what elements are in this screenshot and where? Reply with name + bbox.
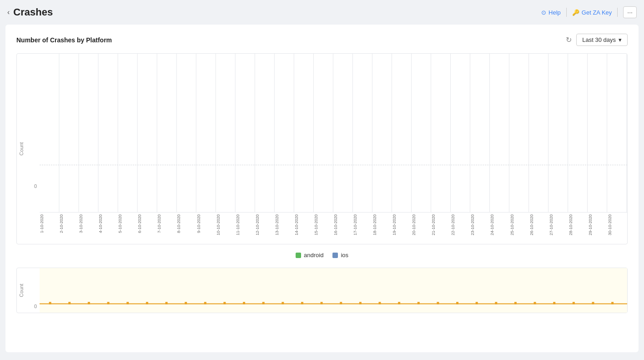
svg-rect-61 — [611, 302, 614, 304]
chart1-x-labels: 1-10-20202-10-20203-10-20204-10-20205-10… — [40, 213, 627, 244]
x-label: 26-10-2020 — [529, 214, 549, 235]
x-label: 27-10-2020 — [549, 214, 569, 235]
x-label: 19-10-2020 — [392, 214, 412, 235]
svg-rect-47 — [340, 302, 342, 304]
svg-rect-41 — [223, 302, 226, 304]
x-label: 29-10-2020 — [588, 214, 608, 235]
svg-rect-50 — [398, 302, 400, 304]
x-label: 6-10-2020 — [137, 214, 157, 233]
chart2-y-label: Count — [19, 284, 24, 297]
x-label: 20-10-2020 — [412, 214, 431, 235]
svg-rect-33 — [68, 302, 70, 304]
page-header: ‹ Crashes ⊙ Help 🔑 Get ZA Key ··· — [0, 0, 644, 25]
svg-rect-43 — [262, 302, 265, 304]
svg-rect-46 — [321, 302, 323, 304]
svg-rect-32 — [49, 302, 51, 304]
date-range-label: Last 30 days — [582, 36, 616, 43]
svg-rect-59 — [573, 302, 575, 304]
svg-rect-45 — [301, 302, 303, 304]
x-label: 24-10-2020 — [490, 214, 509, 235]
header-right: ⊙ Help 🔑 Get ZA Key ··· — [541, 6, 637, 18]
chart1-wrapper: Count 0 — [16, 53, 628, 244]
chart1-x-axis: 1-10-20202-10-20203-10-20204-10-20205-10… — [40, 212, 627, 244]
svg-rect-30 — [40, 268, 627, 313]
svg-rect-48 — [359, 302, 362, 304]
svg-rect-52 — [437, 302, 439, 304]
get-za-label: Get ZA Key — [582, 9, 612, 16]
help-label: Help — [548, 9, 561, 16]
x-label: 15-10-2020 — [314, 214, 333, 235]
x-label: 4-10-2020 — [98, 214, 118, 233]
svg-rect-37 — [146, 302, 148, 304]
svg-rect-40 — [204, 302, 206, 304]
svg-rect-58 — [553, 302, 555, 304]
x-label: 16-10-2020 — [333, 214, 353, 235]
svg-rect-39 — [185, 302, 187, 304]
x-label: 28-10-2020 — [569, 214, 588, 235]
vertical-divider — [566, 8, 567, 17]
x-label: 17-10-2020 — [353, 214, 372, 235]
chart2-y-zero: 0 — [34, 304, 37, 309]
chart2-wrapper: Count 0 — [16, 268, 628, 313]
svg-rect-51 — [418, 302, 420, 304]
chart1-y-zero: 0 — [34, 183, 37, 189]
date-range-button[interactable]: Last 30 days ▾ — [576, 34, 628, 46]
legend-android: android — [296, 252, 323, 259]
svg-rect-34 — [88, 302, 90, 304]
chart1-controls: ↻ Last 30 days ▾ — [566, 34, 628, 46]
svg-rect-56 — [514, 302, 517, 304]
chart2-svg — [40, 268, 627, 313]
help-button[interactable]: ⊙ Help — [541, 9, 561, 16]
x-label: 9-10-2020 — [196, 214, 216, 233]
svg-rect-36 — [126, 302, 129, 304]
vertical-divider-2 — [617, 8, 618, 17]
svg-rect-35 — [107, 302, 110, 304]
main-content: Number of Crashes by Platform ↻ Last 30 … — [5, 25, 639, 352]
svg-rect-44 — [282, 302, 284, 304]
x-label: 2-10-2020 — [59, 214, 79, 233]
svg-rect-55 — [495, 302, 497, 304]
chart1-title: Number of Crashes by Platform — [16, 36, 112, 44]
x-label: 5-10-2020 — [118, 214, 137, 233]
svg-rect-49 — [378, 302, 381, 304]
x-label: 3-10-2020 — [79, 214, 98, 233]
x-label: 7-10-2020 — [157, 214, 176, 233]
refresh-icon[interactable]: ↻ — [566, 35, 572, 44]
svg-rect-53 — [456, 302, 458, 304]
x-label: 11-10-2020 — [236, 214, 255, 235]
chart1-grid-svg — [40, 54, 627, 212]
back-icon[interactable]: ‹ — [7, 8, 10, 16]
chart1-plot-bg — [40, 54, 627, 212]
svg-rect-54 — [476, 302, 478, 304]
x-label: 10-10-2020 — [216, 214, 236, 235]
x-label: 12-10-2020 — [255, 214, 275, 235]
chart2-y-axis: Count 0 — [17, 268, 40, 313]
ios-label: ios — [341, 252, 348, 259]
chart1-plot-area: 1-10-20202-10-20203-10-20204-10-20205-10… — [40, 54, 627, 244]
x-label: 18-10-2020 — [372, 214, 392, 235]
get-za-key-button[interactable]: 🔑 Get ZA Key — [572, 9, 612, 16]
more-options-button[interactable]: ··· — [623, 6, 637, 18]
page-title: Crashes — [13, 6, 53, 18]
key-icon: 🔑 — [572, 9, 579, 16]
x-label: 30-10-2020 — [608, 214, 627, 235]
header-left: ‹ Crashes — [7, 6, 53, 18]
svg-rect-38 — [165, 302, 167, 304]
chart1-y-axis: Count 0 — [17, 54, 40, 244]
android-color-swatch — [296, 253, 301, 258]
ios-color-swatch — [332, 253, 338, 258]
x-label: 1-10-2020 — [40, 214, 59, 233]
svg-rect-60 — [592, 302, 594, 304]
x-label: 8-10-2020 — [176, 214, 196, 233]
chevron-down-icon: ▾ — [619, 36, 622, 43]
x-label: 13-10-2020 — [275, 214, 294, 235]
chart1-y-label: Count — [19, 142, 24, 155]
svg-rect-42 — [243, 302, 245, 304]
x-label: 14-10-2020 — [294, 214, 314, 235]
help-circle-icon: ⊙ — [541, 9, 546, 16]
svg-rect-57 — [534, 302, 536, 304]
x-label: 22-10-2020 — [451, 214, 470, 235]
chart1-header: Number of Crashes by Platform ↻ Last 30 … — [16, 34, 628, 46]
legend-ios: ios — [332, 252, 348, 259]
chart-legend: android ios — [16, 252, 628, 259]
